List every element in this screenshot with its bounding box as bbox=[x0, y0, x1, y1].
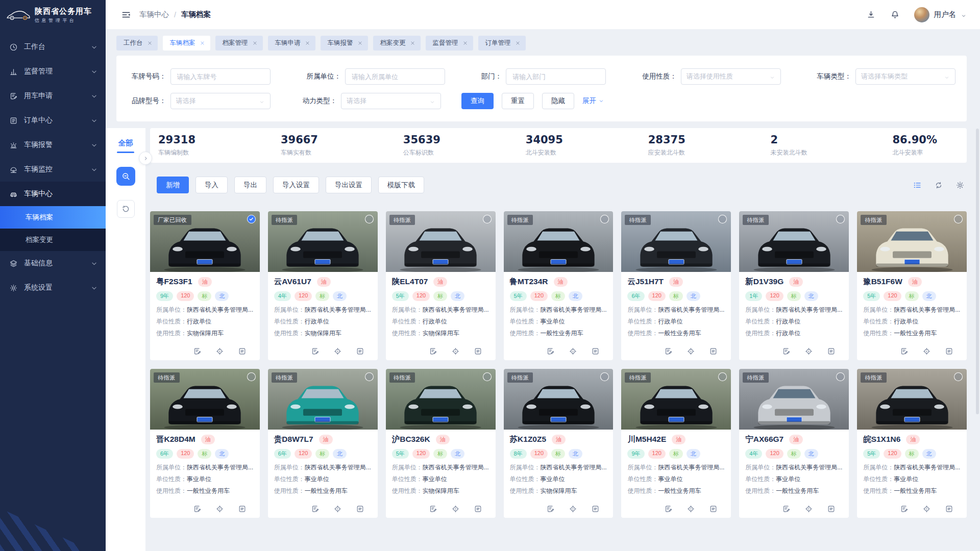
locate-icon[interactable] bbox=[687, 505, 695, 513]
select-checkbox[interactable] bbox=[483, 215, 492, 223]
sidebar-item[interactable]: 基础信息 bbox=[0, 251, 106, 276]
select[interactable]: 请选择 bbox=[341, 93, 441, 109]
vehicle-card[interactable]: 待指派 贵D8W7L7 油 6年 120 标 北 所属单位：陕西省机关事务管理局… bbox=[268, 369, 378, 518]
select-checkbox[interactable] bbox=[836, 372, 845, 381]
toolbar-button[interactable]: 导入 bbox=[195, 177, 228, 193]
sidebar-item[interactable]: 车辆监控 bbox=[0, 157, 106, 182]
edit-icon[interactable] bbox=[664, 505, 673, 513]
edit-icon[interactable] bbox=[546, 347, 555, 356]
detail-icon[interactable] bbox=[827, 347, 836, 356]
sidebar-subitem[interactable]: 档案变更 bbox=[0, 229, 106, 251]
sync-icon[interactable] bbox=[934, 181, 943, 190]
vehicle-card[interactable]: 待指派 云J51H7T 油 6年 120 标 北 所属单位：陕西省机关事务管理局… bbox=[621, 211, 731, 360]
close-icon[interactable] bbox=[147, 40, 153, 46]
select[interactable]: 请选择 bbox=[170, 93, 271, 109]
detail-icon[interactable] bbox=[474, 505, 482, 513]
toolbar-button[interactable]: 导入设置 bbox=[273, 177, 319, 193]
select-checkbox[interactable] bbox=[365, 215, 374, 223]
text-input[interactable] bbox=[345, 68, 445, 85]
select[interactable]: 请选择车辆类型 bbox=[855, 68, 955, 85]
hide-button[interactable]: 隐藏 bbox=[542, 93, 574, 109]
edit-icon[interactable] bbox=[311, 347, 320, 356]
select-checkbox[interactable] bbox=[365, 372, 374, 381]
detail-icon[interactable] bbox=[238, 347, 247, 356]
close-icon[interactable] bbox=[305, 40, 310, 46]
edit-icon[interactable] bbox=[546, 505, 555, 513]
edit-icon[interactable] bbox=[193, 505, 202, 513]
vehicle-card[interactable]: 厂家已回收 粤F2S3F1 油 9年 120 标 北 所属单位：陕西省机关事务管… bbox=[150, 211, 260, 360]
locate-icon[interactable] bbox=[333, 347, 342, 356]
refresh-icon[interactable] bbox=[117, 200, 135, 218]
detail-icon[interactable] bbox=[945, 505, 953, 513]
select-checkbox[interactable] bbox=[718, 215, 727, 223]
edit-icon[interactable] bbox=[193, 347, 202, 356]
edit-icon[interactable] bbox=[429, 505, 437, 513]
toolbar-button[interactable]: 导出 bbox=[234, 177, 266, 193]
edit-icon[interactable] bbox=[664, 347, 673, 356]
sidebar-item[interactable]: 系统设置 bbox=[0, 276, 106, 300]
close-icon[interactable] bbox=[357, 40, 363, 46]
breadcrumb-parent[interactable]: 车辆中心 bbox=[139, 10, 169, 19]
sidebar-item[interactable]: 监督管理 bbox=[0, 59, 106, 84]
vehicle-card[interactable]: 待指派 陕EL4T07 油 5年 120 标 北 所属单位：陕西省机关事务管理局… bbox=[386, 211, 496, 360]
user-menu[interactable]: 用户名 bbox=[914, 7, 967, 22]
locate-icon[interactable] bbox=[333, 505, 342, 513]
select-checkbox[interactable] bbox=[600, 372, 609, 381]
vehicle-card[interactable]: 待指派 川M5H42E 油 9年 120 标 北 所属单位：陕西省机关事务管理局… bbox=[621, 369, 731, 518]
text-input[interactable] bbox=[506, 68, 606, 85]
bell-icon[interactable] bbox=[890, 10, 900, 19]
tab[interactable]: 监督管理 bbox=[426, 36, 473, 51]
list-view-icon[interactable] bbox=[913, 181, 922, 190]
toolbar-button[interactable]: 模版下载 bbox=[378, 177, 424, 193]
collapse-menu-icon[interactable] bbox=[121, 10, 131, 20]
gear-icon[interactable] bbox=[955, 181, 965, 190]
edit-icon[interactable] bbox=[782, 505, 791, 513]
locate-icon[interactable] bbox=[687, 347, 695, 356]
vehicle-card[interactable]: 待指派 皖S1X1N6 油 5年 120 标 北 所属单位：陕西省机关事务管理局… bbox=[857, 369, 967, 518]
tab[interactable]: 工作台 bbox=[116, 36, 158, 51]
edit-icon[interactable] bbox=[900, 347, 909, 356]
close-icon[interactable] bbox=[252, 40, 258, 46]
detail-icon[interactable] bbox=[709, 347, 718, 356]
toolbar-button[interactable]: 新增 bbox=[157, 177, 189, 193]
edit-icon[interactable] bbox=[900, 505, 909, 513]
close-icon[interactable] bbox=[200, 40, 205, 46]
locate-icon[interactable] bbox=[215, 505, 224, 513]
sidebar-subitem[interactable]: 车辆档案 bbox=[0, 206, 106, 229]
scrollbar[interactable] bbox=[976, 129, 979, 414]
locate-icon[interactable] bbox=[922, 347, 931, 356]
vehicle-card[interactable]: 待指派 宁AX66G7 油 4年 120 标 北 所属单位：陕西省机关事务管理局… bbox=[739, 369, 849, 518]
tab[interactable]: 订单管理 bbox=[478, 36, 526, 51]
tab[interactable]: 车辆档案 bbox=[163, 36, 210, 51]
tab[interactable]: 车辆申请 bbox=[268, 36, 315, 51]
select[interactable]: 请选择使用性质 bbox=[681, 68, 781, 85]
sidebar-item[interactable]: 工作台 bbox=[0, 35, 106, 59]
search-button[interactable]: 查询 bbox=[461, 93, 494, 109]
select-checkbox[interactable] bbox=[954, 372, 963, 381]
rail-all-filter[interactable]: 全部 bbox=[118, 138, 133, 148]
tab[interactable]: 档案变更 bbox=[373, 36, 421, 51]
locate-icon[interactable] bbox=[451, 347, 460, 356]
vehicle-card[interactable]: 待指派 沪BC326K 油 5年 120 标 北 所属单位：陕西省机关事务管理局… bbox=[386, 369, 496, 518]
sidebar-item[interactable]: 订单中心 bbox=[0, 108, 106, 133]
locate-icon[interactable] bbox=[569, 347, 577, 356]
locate-icon[interactable] bbox=[569, 505, 577, 513]
detail-icon[interactable] bbox=[591, 505, 600, 513]
sidebar-item[interactable]: 车辆报警 bbox=[0, 133, 106, 157]
close-icon[interactable] bbox=[462, 40, 468, 46]
text-input[interactable] bbox=[170, 68, 271, 85]
locate-icon[interactable] bbox=[804, 505, 813, 513]
select-checkbox[interactable] bbox=[954, 215, 963, 223]
select-checkbox[interactable] bbox=[247, 372, 256, 381]
expand-link[interactable]: 展开 bbox=[582, 96, 604, 106]
vehicle-card[interactable]: 待指派 鲁MT234R 油 5年 120 标 北 所属单位：陕西省机关事务管理局… bbox=[504, 211, 614, 360]
sidebar-item[interactable]: 用车申请 bbox=[0, 84, 106, 108]
locate-icon[interactable] bbox=[922, 505, 931, 513]
detail-icon[interactable] bbox=[827, 505, 836, 513]
select-checkbox[interactable] bbox=[836, 215, 845, 223]
vehicle-card[interactable]: 待指派 苏K1Z0Z5 油 8年 120 标 北 所属单位：陕西省机关事务管理局… bbox=[504, 369, 614, 518]
toolbar-button[interactable]: 导出设置 bbox=[326, 177, 372, 193]
close-icon[interactable] bbox=[410, 40, 415, 46]
detail-icon[interactable] bbox=[945, 347, 953, 356]
detail-icon[interactable] bbox=[356, 505, 364, 513]
